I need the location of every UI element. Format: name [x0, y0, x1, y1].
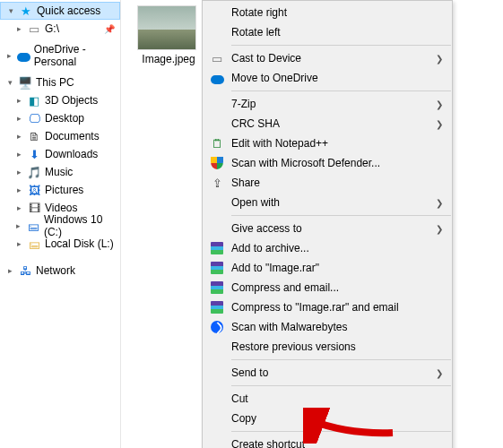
nav-onedrive[interactable]: ▸ OneDrive - Personal: [0, 47, 120, 65]
ctx-label: Rotate right: [231, 6, 430, 19]
nav-label: This PC: [36, 76, 74, 89]
nav-label: G:\: [45, 22, 59, 35]
ctx-label: Add to archive...: [231, 242, 430, 254]
ctx-rotate-right[interactable]: Rotate right: [203, 3, 452, 22]
blank-icon: [208, 116, 226, 131]
ctx-label: Compress and email...: [231, 281, 430, 294]
ctx-label: 7-Zip: [231, 98, 430, 110]
chevron-right-icon: ▸: [14, 132, 23, 141]
nav-windows10-c[interactable]: ▸ 🖴 Windows 10 (C:): [0, 217, 120, 235]
blank-icon: [208, 411, 226, 426]
ctx-rotate-left[interactable]: Rotate left: [203, 22, 452, 42]
blank-icon: [208, 25, 226, 39]
ctx-label: Copy: [231, 412, 430, 425]
ctx-label: Compress to "Image.rar" and email: [231, 301, 430, 314]
ctx-give-access-to[interactable]: Give access to ❯: [203, 219, 452, 238]
ctx-open-with[interactable]: Open with ❯: [203, 193, 452, 212]
ctx-label: Cast to Device: [231, 52, 430, 65]
ctx-cast-to-device[interactable]: ▭ Cast to Device ❯: [203, 48, 452, 68]
ctx-scan-malwarebytes[interactable]: Scan with Malwarebytes: [203, 317, 452, 337]
nav-3d-objects[interactable]: ▸ ◧ 3D Objects: [0, 91, 120, 109]
winrar-icon: [208, 241, 226, 255]
ctx-crc-sha[interactable]: CRC SHA ❯: [203, 114, 452, 134]
pc-icon: 🖥️: [18, 75, 32, 90]
nav-label: Downloads: [45, 148, 98, 160]
chevron-right-icon: ❯: [436, 368, 443, 378]
nav-label: Network: [36, 264, 75, 277]
nav-desktop[interactable]: ▸ 🖵 Desktop: [0, 109, 120, 127]
nav-label: Documents: [45, 130, 100, 142]
nav-music[interactable]: ▸ 🎵 Music: [0, 163, 120, 181]
ctx-label: Cut: [231, 392, 430, 405]
nav-this-pc[interactable]: ▾ 🖥️ This PC: [0, 73, 120, 91]
context-menu: Rotate right Rotate left ▭ Cast to Devic…: [202, 0, 453, 448]
ctx-send-to[interactable]: Send to ❯: [203, 363, 452, 383]
nav-label: OneDrive - Personal: [34, 43, 120, 68]
file-item-image[interactable]: Image.jpeg: [137, 5, 200, 65]
ctx-share[interactable]: ⇪ Share: [203, 173, 452, 193]
ctx-add-to-image-rar[interactable]: Add to "Image.rar": [203, 258, 452, 278]
ctx-label: Restore previous versions: [231, 340, 430, 353]
file-name-label: Image.jpeg: [137, 53, 200, 65]
nav-label: Quick access: [37, 4, 100, 17]
blank-icon: [208, 392, 226, 406]
chevron-right-icon: ❯: [436, 99, 443, 109]
ctx-add-to-archive[interactable]: Add to archive...: [203, 238, 452, 258]
ctx-scan-defender[interactable]: Scan with Microsoft Defender...: [203, 153, 452, 173]
documents-icon: 🗎: [27, 129, 41, 143]
chevron-down-icon: ▾: [6, 6, 15, 15]
ctx-edit-notepadpp[interactable]: 🗒 Edit with Notepad++: [203, 134, 452, 153]
nav-network[interactable]: ▸ 🖧 Network: [0, 262, 120, 280]
nav-label: Windows 10 (C:): [44, 213, 120, 238]
ctx-label: Create shortcut: [231, 438, 430, 448]
nav-documents[interactable]: ▸ 🗎 Documents: [0, 127, 120, 145]
nav-label: Desktop: [45, 112, 84, 125]
chevron-right-icon: ❯: [436, 54, 443, 64]
chevron-down-icon: ▾: [5, 78, 14, 87]
chevron-right-icon: ▸: [14, 185, 23, 194]
ctx-compress-image-rar-email[interactable]: Compress to "Image.rar" and email: [203, 297, 452, 317]
chevron-right-icon: ▸: [14, 168, 23, 177]
nav-pane: ▾ ★ Quick access ▸ ▭ G:\ 📌 ▸ OneDrive - …: [0, 0, 121, 448]
nav-local-disk-l[interactable]: ▸ 🖴 Local Disk (L:): [0, 235, 120, 253]
ctx-copy[interactable]: Copy: [203, 409, 452, 428]
star-icon: ★: [19, 4, 33, 18]
ctx-7zip[interactable]: 7-Zip ❯: [203, 94, 452, 114]
chevron-right-icon: ❯: [436, 119, 443, 129]
cube-icon: ◧: [27, 93, 41, 108]
nav-label: 3D Objects: [45, 94, 98, 107]
ctx-compress-email[interactable]: Compress and email...: [203, 278, 452, 297]
ctx-label: Rotate left: [231, 26, 430, 39]
nav-label: Pictures: [45, 184, 83, 196]
chevron-right-icon: ▸: [5, 266, 14, 275]
chevron-right-icon: ▸: [14, 114, 23, 123]
ctx-cut[interactable]: Cut: [203, 389, 452, 409]
file-thumbnail: [137, 5, 196, 50]
ctx-label: CRC SHA: [231, 117, 430, 130]
onedrive-icon: [17, 48, 30, 63]
os-drive-icon: 🖴: [27, 219, 40, 233]
nav-pictures[interactable]: ▸ 🖼 Pictures: [0, 181, 120, 199]
chevron-right-icon: ▸: [5, 51, 13, 60]
nav-label: Videos: [45, 202, 77, 214]
nav-g-drive[interactable]: ▸ ▭ G:\ 📌: [0, 20, 120, 38]
ctx-restore-previous[interactable]: Restore previous versions: [203, 337, 452, 357]
nav-quick-access[interactable]: ▾ ★ Quick access: [0, 2, 120, 20]
ctx-label: Give access to: [231, 222, 430, 235]
chevron-right-icon: ▸: [14, 203, 23, 212]
ctx-label: Edit with Notepad++: [231, 137, 430, 150]
winrar-icon: [208, 300, 226, 314]
blank-icon: [208, 5, 226, 20]
ctx-move-to-onedrive[interactable]: Move to OneDrive: [203, 68, 452, 88]
nav-downloads[interactable]: ▸ ⬇ Downloads: [0, 145, 120, 163]
blank-icon: [208, 195, 226, 210]
desktop-icon: 🖵: [27, 111, 41, 125]
nav-label: Music: [45, 166, 73, 178]
chevron-right-icon: ▸: [14, 24, 23, 33]
videos-icon: 🎞: [27, 201, 41, 215]
ctx-label: Send to: [231, 366, 430, 379]
music-icon: 🎵: [27, 165, 41, 179]
blank-icon: [208, 221, 226, 236]
winrar-icon: [208, 280, 226, 295]
ctx-create-shortcut[interactable]: Create shortcut: [203, 435, 452, 448]
